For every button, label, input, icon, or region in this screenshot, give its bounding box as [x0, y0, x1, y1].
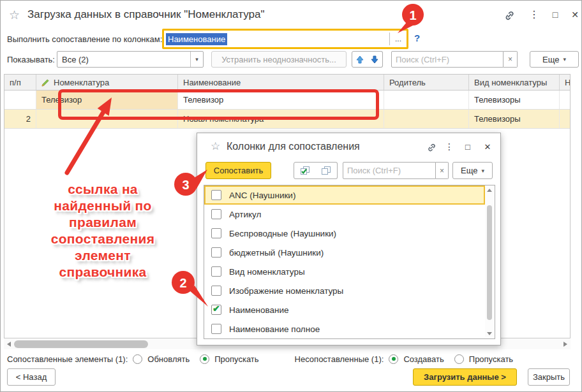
- vertical-scrollbar[interactable]: [485, 186, 494, 338]
- map-button[interactable]: Сопоставить: [205, 162, 271, 179]
- help-icon[interactable]: ?: [414, 33, 420, 43]
- chevron-down-icon: ▾: [481, 168, 484, 174]
- highlight-rectangle: [58, 89, 379, 120]
- load-data-button[interactable]: Загрузить данные >: [413, 368, 517, 386]
- list-item[interactable]: Наименование: [204, 300, 485, 319]
- list-item-label: Наименование полное: [229, 324, 320, 334]
- checkbox[interactable]: [211, 324, 221, 334]
- link-icon[interactable]: [503, 9, 516, 22]
- scroll-up-icon[interactable]: [487, 189, 492, 192]
- radio-skip-matched-label[interactable]: Пропускать: [214, 354, 258, 364]
- matched-label: Сопоставленные элементы (1):: [7, 354, 128, 364]
- svg-text:1: 1: [409, 8, 416, 22]
- back-button[interactable]: < Назад: [7, 368, 56, 386]
- more-button-label: Еще: [542, 55, 559, 64]
- favorite-star-icon[interactable]: ☆: [9, 8, 20, 22]
- col-parent[interactable]: Родитель: [384, 75, 469, 90]
- list-item-label: Наименование: [229, 305, 289, 315]
- list-item-label: Артикул: [229, 210, 261, 219]
- uncheck-all-icon[interactable]: [315, 162, 338, 179]
- list-item[interactable]: Артикул: [204, 205, 485, 224]
- list-item[interactable]: Беспроводные (Наушники): [204, 224, 485, 243]
- dialog-title: Колонки для сопоставления: [227, 141, 360, 152]
- checkbox[interactable]: [211, 286, 221, 296]
- clear-search-icon[interactable]: ×: [436, 162, 449, 179]
- app-window: ☆ Загрузка данных в справочник "Номенкла…: [0, 0, 582, 392]
- scroll-down-icon[interactable]: [487, 332, 492, 335]
- search-input[interactable]: [391, 51, 504, 68]
- ellipsis-button[interactable]: ...: [390, 34, 407, 43]
- columns-dialog: ☆ Колонки для сопоставления ⋮ □ ✕ Сопост…: [197, 133, 501, 345]
- checkbox[interactable]: [211, 247, 221, 258]
- list-item[interactable]: Изображение номенклатуры: [204, 281, 485, 300]
- radio-create[interactable]: [389, 354, 398, 364]
- link-icon[interactable]: [426, 142, 437, 153]
- more-button[interactable]: Еще ▾: [452, 162, 493, 179]
- col-kind[interactable]: Вид номенклатуры: [469, 75, 560, 90]
- list-item-label: Вид номенклатуры: [229, 267, 305, 277]
- dialog-search-input[interactable]: [343, 162, 436, 179]
- radio-update-label[interactable]: Обновлять: [147, 354, 190, 364]
- list-item[interactable]: бюджетный (Наушники): [204, 243, 485, 262]
- checkbox[interactable]: [211, 266, 221, 277]
- page-title: Загрузка данных в справочник "Номенклату…: [27, 8, 264, 21]
- more-button-label: Еще: [461, 166, 477, 175]
- radio-skip-matched[interactable]: [200, 354, 209, 364]
- columns-list: ANC (Наушники) Артикул Беспроводные (Нау…: [204, 185, 495, 339]
- show-select-value: Все (2): [57, 55, 89, 64]
- show-label: Показывать:: [7, 55, 55, 64]
- mapping-input-value: Наименование: [166, 33, 227, 45]
- scrollbar-thumb[interactable]: [14, 340, 148, 348]
- move-down-button[interactable]: [367, 51, 383, 68]
- close-icon[interactable]: ✕: [482, 141, 493, 152]
- checkbox[interactable]: [211, 209, 221, 219]
- menu-dots-icon[interactable]: ⋮: [529, 8, 539, 21]
- move-up-button[interactable]: [352, 51, 368, 68]
- show-select[interactable]: Все (2) ▾: [57, 51, 204, 68]
- favorite-star-icon[interactable]: ☆: [211, 140, 220, 153]
- col-nomenclature[interactable]: Номенклатура: [36, 75, 178, 90]
- close-button[interactable]: Закрыть: [528, 368, 570, 386]
- radio-skip-unmatched[interactable]: [454, 354, 464, 364]
- list-item-label: Беспроводные (Наушники): [229, 229, 336, 238]
- checkbox[interactable]: [211, 305, 221, 315]
- list-item[interactable]: Наименование полное: [204, 319, 485, 338]
- chevron-down-icon: ▾: [563, 56, 566, 62]
- scroll-right-icon[interactable]: [563, 342, 567, 347]
- maximize-icon[interactable]: □: [463, 141, 473, 152]
- list-item[interactable]: Вид номенклатуры: [204, 262, 485, 281]
- clear-search-icon[interactable]: ×: [504, 51, 518, 68]
- radio-update[interactable]: [133, 354, 142, 364]
- resolve-ambiguity-button: Устранить неоднозначность...: [211, 51, 347, 68]
- list-item-label: бюджетный (Наушники): [229, 248, 324, 258]
- footer-options: Сопоставленные элементы (1): Обновлять П…: [7, 352, 513, 366]
- radio-skip-unmatched-label[interactable]: Пропускать: [469, 354, 513, 364]
- chevron-down-icon[interactable]: ▾: [190, 52, 203, 67]
- list-item-label: ANC (Наушники): [229, 191, 295, 200]
- checkbox[interactable]: [211, 190, 221, 200]
- more-button[interactable]: Еще ▾: [530, 51, 579, 68]
- menu-dots-icon[interactable]: ⋮: [445, 141, 454, 152]
- pencil-icon: [41, 78, 50, 87]
- list-item-label: Изображение номенклатуры: [229, 286, 343, 296]
- radio-create-label[interactable]: Создавать: [403, 354, 444, 364]
- annotation-note: ссылка на найденный по правилам сопостав…: [10, 181, 195, 280]
- col-name[interactable]: Наименование: [178, 75, 384, 90]
- col-extra[interactable]: Н: [560, 75, 570, 90]
- maximize-icon[interactable]: □: [549, 8, 561, 21]
- check-all-icon[interactable]: [294, 162, 316, 179]
- table-header: п/п Номенклатура Наименование Родитель В…: [4, 75, 570, 91]
- unmatched-label: Несопоставленные (1):: [295, 354, 384, 364]
- mapping-input[interactable]: Наименование ...: [162, 29, 408, 49]
- close-icon[interactable]: ✕: [569, 8, 581, 21]
- checkbox[interactable]: [211, 228, 221, 238]
- mapping-label: Выполнить сопоставление по колонкам:: [7, 34, 162, 44]
- scroll-left-icon[interactable]: [7, 342, 11, 347]
- col-num: п/п: [4, 75, 36, 90]
- scrollbar-thumb[interactable]: [487, 205, 492, 320]
- list-item[interactable]: ANC (Наушники): [204, 185, 485, 205]
